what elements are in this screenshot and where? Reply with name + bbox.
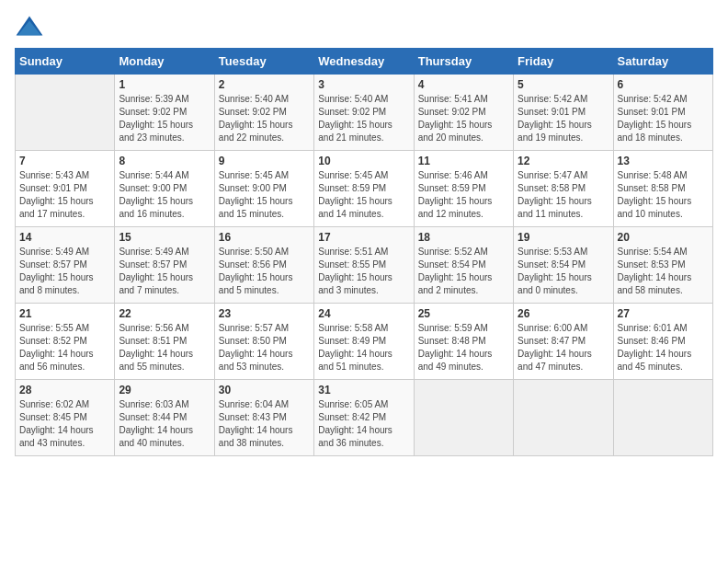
day-number: 2 <box>219 78 310 91</box>
calendar-cell: 24Sunrise: 5:58 AM Sunset: 8:49 PM Dayli… <box>314 304 414 380</box>
calendar-cell: 15Sunrise: 5:49 AM Sunset: 8:57 PM Dayli… <box>115 227 214 304</box>
day-detail: Sunrise: 5:46 AM Sunset: 8:59 PM Dayligh… <box>418 169 509 221</box>
weekday-header-saturday: Saturday <box>613 49 712 75</box>
day-detail: Sunrise: 5:55 AM Sunset: 8:52 PM Dayligh… <box>19 322 110 373</box>
day-number: 26 <box>518 307 609 320</box>
logo <box>15 15 48 40</box>
day-number: 8 <box>119 155 210 167</box>
weekday-header-row: SundayMondayTuesdayWednesdayThursdayFrid… <box>16 49 713 75</box>
svg-marker-1 <box>17 20 41 35</box>
calendar-cell: 7Sunrise: 5:43 AM Sunset: 9:01 PM Daylig… <box>16 151 115 227</box>
day-detail: Sunrise: 5:39 AM Sunset: 9:02 PM Dayligh… <box>119 93 210 144</box>
day-number: 14 <box>19 231 110 244</box>
calendar-cell: 20Sunrise: 5:54 AM Sunset: 8:53 PM Dayli… <box>613 227 712 304</box>
day-detail: Sunrise: 6:01 AM Sunset: 8:46 PM Dayligh… <box>618 322 709 373</box>
calendar-cell: 12Sunrise: 5:47 AM Sunset: 8:58 PM Dayli… <box>514 151 613 227</box>
day-number: 4 <box>418 78 509 91</box>
day-number: 25 <box>418 307 509 320</box>
calendar-cell: 30Sunrise: 6:04 AM Sunset: 8:43 PM Dayli… <box>214 380 313 456</box>
calendar-cell: 11Sunrise: 5:46 AM Sunset: 8:59 PM Dayli… <box>414 151 513 227</box>
day-detail: Sunrise: 5:44 AM Sunset: 9:00 PM Dayligh… <box>119 169 210 221</box>
calendar-week-row: 7Sunrise: 5:43 AM Sunset: 9:01 PM Daylig… <box>16 151 713 227</box>
day-number: 16 <box>219 231 310 244</box>
day-detail: Sunrise: 5:49 AM Sunset: 8:57 PM Dayligh… <box>119 246 210 297</box>
calendar-cell: 13Sunrise: 5:48 AM Sunset: 8:58 PM Dayli… <box>613 151 712 227</box>
day-detail: Sunrise: 5:48 AM Sunset: 8:58 PM Dayligh… <box>618 169 709 221</box>
day-detail: Sunrise: 5:52 AM Sunset: 8:54 PM Dayligh… <box>418 246 509 297</box>
day-detail: Sunrise: 5:53 AM Sunset: 8:54 PM Dayligh… <box>518 246 609 297</box>
day-detail: Sunrise: 6:04 AM Sunset: 8:43 PM Dayligh… <box>219 398 310 450</box>
day-detail: Sunrise: 5:45 AM Sunset: 9:00 PM Dayligh… <box>219 169 310 221</box>
day-detail: Sunrise: 5:57 AM Sunset: 8:50 PM Dayligh… <box>219 322 310 373</box>
day-detail: Sunrise: 6:05 AM Sunset: 8:42 PM Dayligh… <box>318 398 409 450</box>
day-number: 19 <box>518 231 609 244</box>
logo-icon <box>15 15 44 40</box>
calendar-table: SundayMondayTuesdayWednesdayThursdayFrid… <box>15 48 713 456</box>
calendar-cell: 16Sunrise: 5:50 AM Sunset: 8:56 PM Dayli… <box>214 227 313 304</box>
day-number: 27 <box>618 307 709 320</box>
day-detail: Sunrise: 5:59 AM Sunset: 8:48 PM Dayligh… <box>418 322 509 373</box>
calendar-cell: 28Sunrise: 6:02 AM Sunset: 8:45 PM Dayli… <box>16 380 115 456</box>
day-number: 31 <box>318 384 409 396</box>
calendar-week-row: 21Sunrise: 5:55 AM Sunset: 8:52 PM Dayli… <box>16 304 713 380</box>
day-number: 28 <box>19 384 110 396</box>
day-number: 21 <box>19 307 110 320</box>
day-number: 15 <box>119 231 210 244</box>
calendar-cell: 2Sunrise: 5:40 AM Sunset: 9:02 PM Daylig… <box>214 75 313 151</box>
calendar-cell: 25Sunrise: 5:59 AM Sunset: 8:48 PM Dayli… <box>414 304 513 380</box>
calendar-week-row: 28Sunrise: 6:02 AM Sunset: 8:45 PM Dayli… <box>16 380 713 456</box>
day-number: 30 <box>219 384 310 396</box>
day-number: 17 <box>318 231 409 244</box>
calendar-cell: 27Sunrise: 6:01 AM Sunset: 8:46 PM Dayli… <box>613 304 712 380</box>
day-number: 18 <box>418 231 509 244</box>
calendar-cell: 5Sunrise: 5:42 AM Sunset: 9:01 PM Daylig… <box>514 75 613 151</box>
calendar-cell: 31Sunrise: 6:05 AM Sunset: 8:42 PM Dayli… <box>314 380 414 456</box>
day-detail: Sunrise: 5:47 AM Sunset: 8:58 PM Dayligh… <box>518 169 609 221</box>
day-detail: Sunrise: 5:56 AM Sunset: 8:51 PM Dayligh… <box>119 322 210 373</box>
calendar-cell <box>514 380 613 456</box>
calendar-cell: 8Sunrise: 5:44 AM Sunset: 9:00 PM Daylig… <box>115 151 214 227</box>
day-detail: Sunrise: 6:00 AM Sunset: 8:47 PM Dayligh… <box>518 322 609 373</box>
calendar-cell: 23Sunrise: 5:57 AM Sunset: 8:50 PM Dayli… <box>214 304 313 380</box>
day-number: 29 <box>119 384 210 396</box>
calendar-week-row: 14Sunrise: 5:49 AM Sunset: 8:57 PM Dayli… <box>16 227 713 304</box>
calendar-cell: 22Sunrise: 5:56 AM Sunset: 8:51 PM Dayli… <box>115 304 214 380</box>
day-number: 5 <box>518 78 609 91</box>
calendar-week-row: 1Sunrise: 5:39 AM Sunset: 9:02 PM Daylig… <box>16 75 713 151</box>
calendar-cell <box>414 380 513 456</box>
day-number: 20 <box>618 231 709 244</box>
day-detail: Sunrise: 5:40 AM Sunset: 9:02 PM Dayligh… <box>318 93 409 144</box>
calendar-cell <box>613 380 712 456</box>
calendar-cell: 9Sunrise: 5:45 AM Sunset: 9:00 PM Daylig… <box>214 151 313 227</box>
day-number: 23 <box>219 307 310 320</box>
day-number: 12 <box>518 155 609 167</box>
calendar-cell: 26Sunrise: 6:00 AM Sunset: 8:47 PM Dayli… <box>514 304 613 380</box>
calendar-cell: 17Sunrise: 5:51 AM Sunset: 8:55 PM Dayli… <box>314 227 414 304</box>
day-detail: Sunrise: 5:50 AM Sunset: 8:56 PM Dayligh… <box>219 246 310 297</box>
day-number: 6 <box>618 78 709 91</box>
day-number: 10 <box>318 155 409 167</box>
day-detail: Sunrise: 5:40 AM Sunset: 9:02 PM Dayligh… <box>219 93 310 144</box>
day-number: 24 <box>318 307 409 320</box>
weekday-header-sunday: Sunday <box>16 49 115 75</box>
weekday-header-friday: Friday <box>514 49 613 75</box>
weekday-header-thursday: Thursday <box>414 49 513 75</box>
day-number: 1 <box>119 78 210 91</box>
weekday-header-wednesday: Wednesday <box>314 49 414 75</box>
calendar-cell: 6Sunrise: 5:42 AM Sunset: 9:01 PM Daylig… <box>613 75 712 151</box>
day-number: 13 <box>618 155 709 167</box>
day-number: 22 <box>119 307 210 320</box>
day-detail: Sunrise: 5:41 AM Sunset: 9:02 PM Dayligh… <box>418 93 509 144</box>
calendar-cell: 18Sunrise: 5:52 AM Sunset: 8:54 PM Dayli… <box>414 227 513 304</box>
day-detail: Sunrise: 5:58 AM Sunset: 8:49 PM Dayligh… <box>318 322 409 373</box>
day-detail: Sunrise: 6:03 AM Sunset: 8:44 PM Dayligh… <box>119 398 210 450</box>
day-detail: Sunrise: 5:51 AM Sunset: 8:55 PM Dayligh… <box>318 246 409 297</box>
day-number: 9 <box>219 155 310 167</box>
day-number: 3 <box>318 78 409 91</box>
weekday-header-tuesday: Tuesday <box>214 49 313 75</box>
weekday-header-monday: Monday <box>115 49 214 75</box>
day-detail: Sunrise: 5:45 AM Sunset: 8:59 PM Dayligh… <box>318 169 409 221</box>
calendar-cell: 1Sunrise: 5:39 AM Sunset: 9:02 PM Daylig… <box>115 75 214 151</box>
calendar-cell: 14Sunrise: 5:49 AM Sunset: 8:57 PM Dayli… <box>16 227 115 304</box>
day-detail: Sunrise: 5:49 AM Sunset: 8:57 PM Dayligh… <box>19 246 110 297</box>
